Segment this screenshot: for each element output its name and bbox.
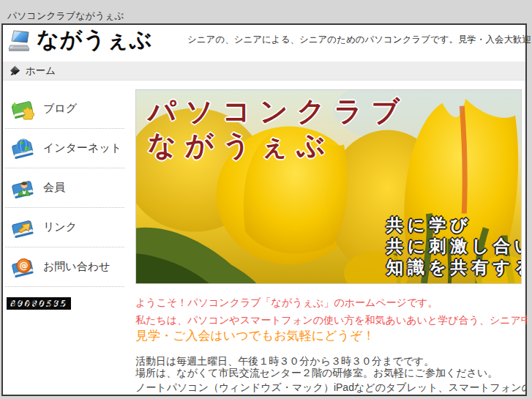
banner-title-line2: ながうぇぶ xyxy=(148,128,408,162)
intro-line: 私たちは、パソコンやスマートフォンの使い方を和気あいあいと学び合う、シニア中心の… xyxy=(135,315,527,326)
book-arrow-icon xyxy=(11,216,34,239)
banner-slogan-line3: 知識を共有する xyxy=(386,257,522,278)
sidebar-nav: ブログ インターネット xyxy=(5,89,124,287)
hit-counter: 00000585 xyxy=(7,297,71,310)
highlight-line: 見学・ご入会はいつでもお気軽にどうぞ！ xyxy=(135,328,527,343)
activity-line1: 活動日は毎週土曜日、午後１時３０分から３時３０分までです。 xyxy=(135,355,527,367)
menu-item-home[interactable]: ホーム xyxy=(3,64,56,78)
book-person-icon xyxy=(11,176,34,200)
home-diamond-icon xyxy=(10,65,20,76)
page-top-label: パソコンクラブながうぇぶ xyxy=(7,10,124,23)
banner-slogan-line1: 共に学び xyxy=(386,215,522,236)
banner-slogan-line2: 共に刺激し合い、 xyxy=(386,236,522,257)
devices-line-ipad: iPad xyxy=(334,381,354,393)
banner-title: パソコンクラブ ながうぇぶ xyxy=(148,94,408,162)
devices-line-prefix: ノートパソコン（ウィンドウズ・マック） xyxy=(135,381,334,393)
menu-item-home-label: ホーム xyxy=(26,64,56,78)
banner-slogan: 共に学び 共に刺激し合い、 知識を共有する xyxy=(386,215,522,278)
menubar: ホーム xyxy=(3,61,525,81)
devices-line: ノートパソコン（ウィンドウズ・マック）iPadなどのタブレット、スマートフォンの… xyxy=(135,381,527,393)
activity-line2: 場所は、ながくて市民交流センター２階の研修室。お気軽にご参加ください。 xyxy=(135,367,527,379)
book-puzzle-icon xyxy=(11,97,34,121)
book-mail-icon: @ xyxy=(11,256,34,279)
main-content: ようこそ！パソコンクラブ「ながうぇぶ」のホームページです。 私たちは、パソコンや… xyxy=(135,297,527,393)
sidebar-item-label: お問い合わせ xyxy=(43,260,110,274)
sidebar-item-members[interactable]: 会員 xyxy=(5,168,124,208)
sidebar-item-label: ブログ xyxy=(43,102,77,116)
sidebar-item-links[interactable]: リンク xyxy=(5,208,124,247)
svg-text:@: @ xyxy=(20,261,29,271)
site-container: ながうぇぶ シニアの、シニアによる、シニアのためのパソコンクラブです。見学・入会… xyxy=(1,23,527,396)
site-title: ながうぇぶ xyxy=(37,25,153,55)
site-tagline: シニアの、シニアによる、シニアのためのパソコンクラブです。見学・入会大歓迎！ xyxy=(187,34,532,46)
laptop-icon xyxy=(7,29,32,53)
devices-line-suffix: などのタブレット、スマートフォンの操作方法など、わからないことを会員同士で教え合… xyxy=(354,381,527,393)
welcome-line: ようこそ！パソコンクラブ「ながうぇぶ」のホームページです。 xyxy=(135,297,527,308)
sidebar-item-label: 会員 xyxy=(43,181,65,195)
book-globe-icon xyxy=(11,137,34,160)
sidebar-item-label: インターネット xyxy=(43,141,121,155)
sidebar-item-contact[interactable]: @ お問い合わせ xyxy=(5,247,124,287)
banner-title-line1: パソコンクラブ xyxy=(148,94,408,128)
sidebar-item-internet[interactable]: インターネット xyxy=(5,129,124,168)
sidebar-item-blog[interactable]: ブログ xyxy=(5,89,124,129)
banner-image: パソコンクラブ ながうぇぶ 共に学び 共に刺激し合い、 知識を共有する xyxy=(135,89,522,284)
sidebar-item-label: リンク xyxy=(43,220,77,234)
